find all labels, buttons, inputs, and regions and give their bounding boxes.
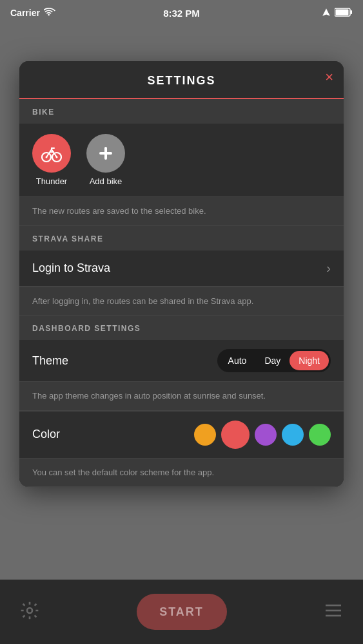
strava-info-text: After logging in, the routes can be shar… [32, 296, 253, 306]
carrier-label: Carrier [10, 8, 40, 18]
bike-info-text: The new routes are saved to the selected… [32, 206, 206, 216]
theme-label: Theme [32, 354, 68, 368]
modal-title: SETTINGS [147, 74, 215, 98]
bike-thunder-label: Thunder [36, 176, 67, 186]
color-dot-3[interactable] [282, 424, 304, 446]
settings-modal: SETTINGS × BIKE Thunder [19, 61, 344, 487]
theme-day-button[interactable]: Day [255, 351, 289, 370]
location-icon [322, 8, 331, 19]
svg-rect-1 [351, 10, 353, 14]
bike-circle-thunder [32, 134, 71, 173]
status-bar: Carrier 8:32 PM [0, 0, 363, 26]
bike-add-label: Add bike [90, 176, 123, 186]
color-dot-2[interactable] [255, 424, 277, 446]
theme-row: Theme Auto Day Night [19, 340, 344, 381]
color-dots [194, 421, 331, 449]
status-right [322, 8, 353, 19]
modal-header: SETTINGS × [19, 61, 344, 98]
color-info-text: You can set the default color scheme for… [32, 468, 214, 477]
menu-icon [323, 600, 344, 623]
strava-login-label: Login to Strava [32, 261, 110, 275]
theme-auto-button[interactable]: Auto [219, 351, 256, 370]
start-button[interactable]: START [137, 594, 227, 630]
strava-info-row: After logging in, the routes can be shar… [19, 287, 344, 316]
color-label: Color [32, 428, 60, 441]
bike-item-thunder[interactable]: Thunder [32, 134, 71, 186]
color-dot-4[interactable] [309, 424, 331, 446]
chevron-right-icon: › [326, 261, 331, 276]
dashboard-section-header: DASHBOARD SETTINGS [19, 316, 344, 340]
color-dot-1[interactable] [221, 421, 250, 449]
bottom-bar: START [0, 580, 363, 644]
strava-login-row[interactable]: Login to Strava › [19, 251, 344, 287]
dashboard-header-text: DASHBOARD SETTINGS [32, 324, 141, 333]
strava-header-text: STRAVA SHARE [32, 234, 103, 243]
status-left: Carrier [10, 8, 55, 19]
theme-toggle: Auto Day Night [217, 349, 331, 372]
gear-icon [19, 600, 40, 623]
bike-circle-add [86, 134, 125, 173]
bike-item-add[interactable]: Add bike [86, 134, 125, 186]
color-row: Color [19, 411, 344, 458]
bike-section: Thunder Add bike [19, 124, 344, 196]
svg-point-3 [27, 608, 32, 613]
bike-section-header: BIKE [19, 99, 344, 124]
color-info-row: You can set the default color scheme for… [19, 458, 344, 488]
close-button[interactable]: × [325, 70, 333, 84]
time-label: 8:32 PM [163, 8, 200, 19]
color-dot-0[interactable] [194, 424, 216, 446]
bike-info-row: The new routes are saved to the selected… [19, 196, 344, 226]
svg-rect-12 [99, 152, 112, 155]
wifi-icon [44, 8, 55, 19]
theme-info-text: The app theme changes in auto position a… [32, 391, 266, 401]
theme-night-button[interactable]: Night [289, 351, 329, 370]
svg-rect-2 [336, 9, 349, 15]
bike-header-text: BIKE [32, 108, 55, 117]
theme-info-row: The app theme changes in auto position a… [19, 381, 344, 411]
battery-icon [335, 8, 353, 19]
strava-section-header: STRAVA SHARE [19, 226, 344, 251]
